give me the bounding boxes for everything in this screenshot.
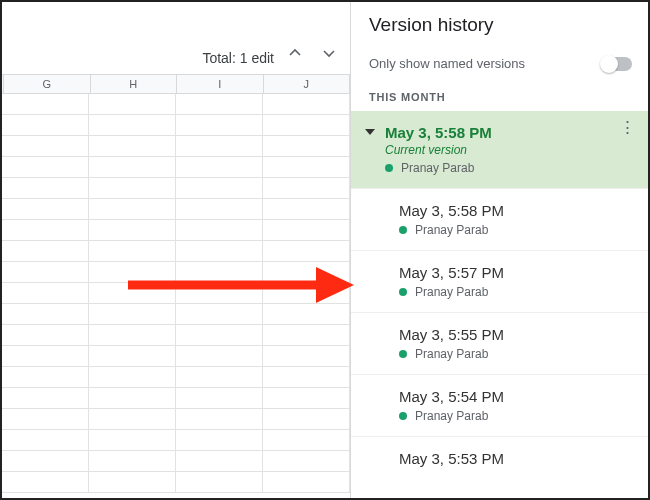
cell[interactable] — [2, 178, 89, 198]
cell[interactable] — [89, 283, 176, 303]
cell[interactable] — [176, 136, 263, 156]
column-header[interactable]: I — [177, 75, 264, 93]
table-row[interactable] — [2, 157, 350, 178]
cell[interactable] — [89, 94, 176, 114]
cell[interactable] — [263, 241, 350, 261]
cell[interactable] — [89, 157, 176, 177]
cell[interactable] — [2, 346, 89, 366]
cell[interactable] — [176, 115, 263, 135]
cell[interactable] — [263, 199, 350, 219]
cell[interactable] — [176, 94, 263, 114]
cell[interactable] — [176, 325, 263, 345]
cell[interactable] — [89, 430, 176, 450]
cell[interactable] — [176, 178, 263, 198]
cell[interactable] — [176, 451, 263, 471]
cell[interactable] — [2, 451, 89, 471]
column-header[interactable]: H — [91, 75, 178, 93]
cell[interactable] — [176, 157, 263, 177]
cell[interactable] — [89, 304, 176, 324]
table-row[interactable] — [2, 115, 350, 136]
cell[interactable] — [89, 262, 176, 282]
cell[interactable] — [89, 367, 176, 387]
table-row[interactable] — [2, 367, 350, 388]
version-item-selected[interactable]: ⋮May 3, 5:58 PMCurrent versionPranay Par… — [351, 111, 648, 188]
cell[interactable] — [263, 388, 350, 408]
cell[interactable] — [263, 304, 350, 324]
cell[interactable] — [2, 136, 89, 156]
cell[interactable] — [2, 262, 89, 282]
cell[interactable] — [2, 241, 89, 261]
table-row[interactable] — [2, 178, 350, 199]
cell[interactable] — [263, 220, 350, 240]
cell[interactable] — [2, 388, 89, 408]
cell[interactable] — [2, 367, 89, 387]
table-row[interactable] — [2, 388, 350, 409]
version-item[interactable]: May 3, 5:53 PM — [351, 436, 648, 480]
table-row[interactable] — [2, 220, 350, 241]
cell[interactable] — [2, 199, 89, 219]
cell[interactable] — [176, 199, 263, 219]
table-row[interactable] — [2, 94, 350, 115]
version-item[interactable]: May 3, 5:54 PMPranay Parab — [351, 374, 648, 436]
cell[interactable] — [2, 304, 89, 324]
column-header[interactable]: J — [264, 75, 351, 93]
table-row[interactable] — [2, 325, 350, 346]
cell[interactable] — [176, 367, 263, 387]
cell[interactable] — [263, 451, 350, 471]
cell[interactable] — [89, 136, 176, 156]
cell[interactable] — [176, 430, 263, 450]
table-row[interactable] — [2, 451, 350, 472]
table-row[interactable] — [2, 472, 350, 493]
cell[interactable] — [263, 409, 350, 429]
cell[interactable] — [89, 325, 176, 345]
cell[interactable] — [2, 325, 89, 345]
version-menu-button[interactable]: ⋮ — [619, 125, 636, 130]
cell[interactable] — [176, 409, 263, 429]
cell[interactable] — [176, 346, 263, 366]
cell[interactable] — [263, 178, 350, 198]
cell[interactable] — [263, 472, 350, 492]
cell[interactable] — [176, 283, 263, 303]
version-item[interactable]: May 3, 5:58 PMPranay Parab — [351, 188, 648, 250]
expand-triangle-icon[interactable] — [365, 129, 375, 135]
cell[interactable] — [263, 430, 350, 450]
cell[interactable] — [263, 136, 350, 156]
cell[interactable] — [2, 430, 89, 450]
cell[interactable] — [176, 304, 263, 324]
cell[interactable] — [2, 115, 89, 135]
named-versions-toggle[interactable] — [602, 57, 632, 71]
cell[interactable] — [89, 472, 176, 492]
cell[interactable] — [176, 472, 263, 492]
cell[interactable] — [2, 94, 89, 114]
cell[interactable] — [176, 388, 263, 408]
cell[interactable] — [89, 241, 176, 261]
cell[interactable] — [2, 220, 89, 240]
table-row[interactable] — [2, 136, 350, 157]
cell[interactable] — [176, 241, 263, 261]
table-row[interactable] — [2, 409, 350, 430]
version-item[interactable]: May 3, 5:57 PMPranay Parab — [351, 250, 648, 312]
cell[interactable] — [263, 157, 350, 177]
table-row[interactable] — [2, 304, 350, 325]
cell[interactable] — [2, 409, 89, 429]
cell[interactable] — [263, 346, 350, 366]
table-row[interactable] — [2, 283, 350, 304]
cell[interactable] — [2, 283, 89, 303]
version-item[interactable]: May 3, 5:55 PMPranay Parab — [351, 312, 648, 374]
table-row[interactable] — [2, 199, 350, 220]
cell[interactable] — [176, 262, 263, 282]
table-row[interactable] — [2, 241, 350, 262]
table-row[interactable] — [2, 262, 350, 283]
cell[interactable] — [89, 409, 176, 429]
table-row[interactable] — [2, 430, 350, 451]
cell[interactable] — [2, 157, 89, 177]
cell[interactable] — [89, 178, 176, 198]
column-header[interactable]: G — [4, 75, 91, 93]
cell[interactable] — [263, 325, 350, 345]
spreadsheet-grid[interactable]: G H I J — [2, 74, 350, 498]
cell[interactable] — [89, 199, 176, 219]
prev-edit-button[interactable] — [282, 40, 308, 66]
cell[interactable] — [89, 115, 176, 135]
cell[interactable] — [176, 220, 263, 240]
cell[interactable] — [263, 262, 350, 282]
